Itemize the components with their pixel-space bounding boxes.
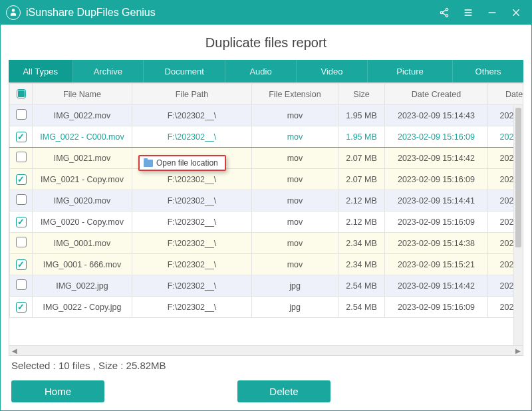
horizontal-scrollbar[interactable]: ◀ ▶: [9, 345, 523, 355]
file-name: IMG_0001 - 666.mov: [33, 254, 132, 275]
file-path: F:\202302__\: [132, 233, 252, 254]
delete-button[interactable]: Delete: [237, 380, 331, 402]
column-header-path[interactable]: File Path: [132, 84, 252, 105]
date-created: 2023-02-09 15:14:43: [385, 105, 488, 126]
page-title: Duplicate files report: [9, 25, 523, 60]
close-icon[interactable]: [510, 7, 522, 19]
tab-audio[interactable]: Audio: [225, 60, 297, 82]
file-size: 1.95 MB: [338, 126, 385, 148]
context-menu-label: Open file location: [156, 158, 218, 168]
file-name: IMG_0021 - Copy.mov: [33, 169, 132, 190]
scroll-right-icon[interactable]: ▶: [513, 346, 523, 356]
row-checkbox[interactable]: [16, 152, 27, 162]
file-name: IMG_0020 - Copy.mov: [33, 211, 132, 233]
file-size: 2.07 MB: [338, 148, 385, 169]
date-created: 2023-02-09 15:14:42: [385, 148, 488, 169]
table-row[interactable]: IMG_0001 - 666.movF:\202302__\mov2.34 MB…: [10, 254, 523, 275]
file-ext: mov: [252, 254, 338, 275]
date-created: 2023-02-09 15:16:09: [385, 211, 488, 233]
column-header-created[interactable]: Date Created: [385, 84, 488, 105]
table-row[interactable]: IMG_0021.movF:\202302__\mov2.07 MB2023-0…: [10, 148, 523, 169]
selection-status: Selected : 10 files , Size : 25.82MB: [9, 356, 523, 374]
file-ext: mov: [252, 148, 338, 169]
scrollbar-thumb[interactable]: [515, 108, 521, 247]
table-row[interactable]: IMG_0020.movF:\202302__\mov2.12 MB2023-0…: [10, 190, 523, 211]
table-row[interactable]: IMG_0001.movF:\202302__\mov2.34 MB2023-0…: [10, 233, 523, 254]
file-size: 2.07 MB: [338, 169, 385, 190]
table-row[interactable]: IMG_0021 - Copy.movF:\202302__\mov2.07 M…: [10, 169, 523, 190]
menu-icon[interactable]: [462, 7, 474, 19]
folder-icon: [144, 160, 153, 167]
row-checkbox[interactable]: [16, 302, 27, 313]
file-path: F:\202302__\: [132, 190, 252, 211]
date-created: 2023-02-09 15:16:09: [385, 169, 488, 190]
table-row[interactable]: IMG_0020 - Copy.movF:\202302__\mov2.12 M…: [10, 211, 523, 233]
file-name: IMG_0022 - Copy.jpg: [33, 297, 132, 318]
file-ext: jpg: [252, 297, 338, 318]
results-table: File Name File Path File Extension Size …: [9, 83, 523, 318]
file-path: F:\202302__\: [132, 169, 252, 190]
column-header-select[interactable]: [10, 84, 33, 105]
row-checkbox[interactable]: [16, 109, 27, 120]
date-created: 2023-02-09 15:16:09: [385, 126, 488, 148]
titlebar: iSunshare DupFiles Genius: [1, 1, 531, 25]
file-ext: mov: [252, 105, 338, 126]
column-header-modified[interactable]: Date Mo: [488, 84, 523, 105]
file-ext: mov: [252, 233, 338, 254]
file-size: 2.34 MB: [338, 233, 385, 254]
file-path: F:\202302__\: [132, 254, 252, 275]
file-ext: mov: [252, 211, 338, 233]
file-size: 2.34 MB: [338, 254, 385, 275]
file-path: F:\202302__\: [132, 105, 252, 126]
file-ext: mov: [252, 126, 338, 148]
tab-video[interactable]: Video: [297, 60, 368, 82]
row-checkbox[interactable]: [16, 132, 27, 142]
file-name: IMG_0022.jpg: [33, 275, 132, 297]
table-row[interactable]: IMG_0022.movF:\202302__\mov1.95 MB2023-0…: [10, 105, 523, 126]
file-size: 2.54 MB: [338, 297, 385, 318]
file-name: IMG_0020.mov: [33, 190, 132, 211]
file-path: F:\202302__\: [132, 275, 252, 297]
file-size: 2.54 MB: [338, 275, 385, 297]
date-created: 2023-02-09 15:16:09: [385, 297, 488, 318]
tab-all-types[interactable]: All Types: [9, 60, 72, 82]
results-table-container: File Name File Path File Extension Size …: [9, 82, 523, 356]
row-checkbox[interactable]: [16, 217, 27, 227]
file-path: F:\202302__\: [132, 126, 252, 148]
column-header-ext[interactable]: File Extension: [252, 84, 338, 105]
tab-others[interactable]: Others: [453, 60, 523, 82]
file-size: 1.95 MB: [338, 105, 385, 126]
row-checkbox[interactable]: [16, 194, 27, 205]
vertical-scrollbar[interactable]: [513, 105, 523, 345]
row-checkbox[interactable]: [16, 237, 27, 247]
row-checkbox[interactable]: [16, 174, 27, 185]
file-path: F:\202302__\: [132, 211, 252, 233]
context-menu-open-location[interactable]: Open file location: [138, 155, 226, 171]
tab-archive[interactable]: Archive: [72, 60, 144, 82]
minimize-icon[interactable]: [486, 7, 498, 19]
share-icon[interactable]: [438, 7, 450, 19]
tab-picture[interactable]: Picture: [368, 60, 453, 82]
file-name: IMG_0021.mov: [33, 148, 132, 169]
row-checkbox[interactable]: [16, 279, 27, 290]
file-size: 2.12 MB: [338, 190, 385, 211]
column-header-name[interactable]: File Name: [33, 84, 132, 105]
date-created: 2023-02-09 15:14:42: [385, 275, 488, 297]
table-row[interactable]: IMG_0022.jpgF:\202302__\jpg2.54 MB2023-0…: [10, 275, 523, 297]
table-row[interactable]: IMG_0022 - C000.movF:\202302__\mov1.95 M…: [10, 126, 523, 148]
tab-document[interactable]: Document: [144, 60, 225, 82]
home-button[interactable]: Home: [11, 380, 104, 402]
table-row[interactable]: IMG_0022 - Copy.jpgF:\202302__\jpg2.54 M…: [10, 297, 523, 318]
file-name: IMG_0022.mov: [33, 105, 132, 126]
date-created: 2023-02-09 15:14:38: [385, 233, 488, 254]
results-table-scroll[interactable]: File Name File Path File Extension Size …: [9, 83, 523, 345]
row-checkbox[interactable]: [16, 259, 27, 270]
column-header-size[interactable]: Size: [338, 84, 385, 105]
app-logo-icon: [6, 5, 21, 20]
file-ext: mov: [252, 169, 338, 190]
date-created: 2023-02-09 15:14:41: [385, 190, 488, 211]
file-size: 2.12 MB: [338, 211, 385, 233]
file-name: IMG_0001.mov: [33, 233, 132, 254]
file-ext: jpg: [252, 275, 338, 297]
scroll-left-icon[interactable]: ◀: [9, 346, 19, 356]
